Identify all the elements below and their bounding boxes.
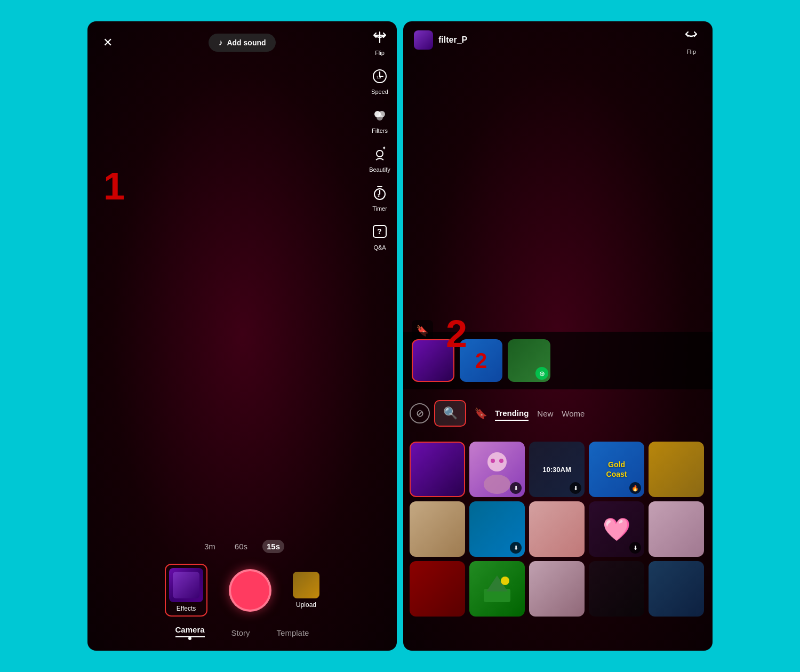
flip-label-right: Flip: [686, 49, 696, 55]
gold-coast-text: GoldCoast: [606, 460, 627, 479]
effects-label: Effects: [177, 605, 196, 612]
effect-cell-time[interactable]: 10:30AM ⬇: [529, 442, 585, 497]
duration-selector: 3m 60s 15s: [87, 540, 397, 553]
filter-user: filter_P: [414, 30, 467, 50]
effect-cell-woman1[interactable]: [649, 442, 704, 497]
effect-cell-gold-coast[interactable]: GoldCoast 🔥: [589, 442, 644, 497]
effect-cell-sunglasses[interactable]: [649, 561, 704, 617]
filters-icon: [369, 105, 390, 126]
heart-icon: 🩷: [603, 516, 630, 542]
effects-button[interactable]: Effects: [165, 564, 207, 617]
beautify-tool[interactable]: ✦ Beautify: [369, 143, 390, 173]
speed-icon: 1x: [369, 66, 390, 87]
qa-icon: ?: [369, 221, 390, 243]
effects-row-2: ⬇ 🩷 ⬇: [410, 501, 706, 557]
svg-point-14: [499, 459, 503, 463]
step-2-badge: 2: [446, 312, 467, 356]
nav-camera-label: Camera: [175, 623, 205, 637]
effects-thumbnail: [169, 568, 203, 602]
speed-label: Speed: [371, 89, 388, 95]
recent-effect-green[interactable]: ⊕: [508, 339, 550, 382]
effect-cell-landscape[interactable]: [469, 561, 525, 617]
tab-new[interactable]: New: [537, 407, 553, 420]
camera-controls: Effects Upload: [87, 564, 397, 617]
flip-tool[interactable]: Flip: [369, 27, 390, 56]
no-filter-button[interactable]: ⊘: [410, 403, 430, 423]
nav-story-label[interactable]: Story: [231, 626, 250, 639]
speed-tool[interactable]: 1x Speed: [369, 66, 390, 95]
no-filter-icon: ⊘: [416, 407, 424, 419]
right-phone-panel: filter_P Flip 🔖 2 ⊕ ⊘: [403, 21, 713, 651]
close-button[interactable]: ✕: [98, 33, 117, 52]
category-tabs: Trending New Wome: [495, 406, 585, 421]
bookmark-tab[interactable]: 🔖: [470, 403, 491, 423]
svg-point-13: [491, 459, 495, 463]
step-1-badge: 1: [103, 164, 125, 208]
effect-cell-redlips[interactable]: [410, 561, 465, 617]
flip-icon-right: [681, 26, 702, 47]
dl-badge: ⬇: [510, 542, 522, 554]
nav-template-label[interactable]: Template: [277, 626, 309, 639]
top-bar-left: ✕ ♪ Add sound: [87, 21, 397, 64]
duration-3m[interactable]: 3m: [200, 540, 220, 553]
left-phone-panel: ✕ ♪ Add sound Flip 1x: [87, 21, 397, 651]
effect-cell-avatar1[interactable]: ⬇: [469, 442, 525, 497]
search-icon: 🔍: [443, 406, 458, 420]
nav-camera[interactable]: Camera: [175, 625, 205, 640]
effect-cell-ocean[interactable]: ⬇: [469, 501, 525, 557]
effect-cell-woman3[interactable]: [529, 501, 585, 557]
svg-text:3: 3: [378, 194, 380, 197]
effect-cell-woman4[interactable]: [649, 501, 704, 557]
effects-thumb-inner: [173, 572, 199, 598]
svg-text:✦: ✦: [382, 146, 386, 151]
bottom-bar-left: 3m 60s 15s Effects Upload Cam: [87, 540, 397, 651]
timer-icon: 3: [369, 182, 390, 204]
upload-thumbnail: [293, 572, 319, 598]
timer-tool[interactable]: 3 Timer: [369, 182, 390, 212]
search-button[interactable]: 🔍: [434, 400, 466, 427]
tab-trending[interactable]: Trending: [495, 406, 529, 421]
dl-badge: ⬇: [510, 482, 522, 494]
upload-button[interactable]: Upload: [293, 572, 319, 609]
beautify-icon: ✦: [369, 143, 390, 165]
svg-point-17: [501, 577, 509, 585]
svg-text:?: ?: [377, 227, 382, 236]
effects-row-3: [410, 561, 706, 617]
svg-point-11: [487, 452, 507, 471]
user-avatar: [414, 30, 433, 50]
bookmark-tab-icon: 🔖: [474, 407, 487, 420]
record-button[interactable]: [229, 569, 271, 612]
download-icon: ⊕: [535, 367, 548, 380]
flip-tool-right[interactable]: Flip: [681, 26, 702, 55]
add-sound-button[interactable]: ♪ Add sound: [209, 34, 275, 52]
upload-label: Upload: [296, 601, 316, 609]
dl-badge: ⬇: [629, 542, 641, 554]
flip-icon: [369, 27, 390, 48]
right-toolbar: Flip 1x Speed Filters: [369, 27, 390, 251]
add-sound-label: Add sound: [227, 38, 266, 47]
qa-label: Q&A: [373, 244, 386, 251]
effect-badge-2: 2: [475, 349, 487, 373]
dl-badge: 🔥: [629, 482, 641, 494]
music-icon: ♪: [218, 38, 222, 47]
filter-name: filter_P: [438, 35, 467, 45]
effect-cell-woman5[interactable]: [529, 561, 585, 617]
effect-cell-heart[interactable]: 🩷 ⬇: [589, 501, 644, 557]
effect-cell-woman2[interactable]: [410, 501, 465, 557]
duration-15s[interactable]: 15s: [262, 540, 284, 553]
close-icon: ✕: [103, 36, 113, 50]
duration-60s[interactable]: 60s: [230, 540, 252, 553]
svg-point-4: [377, 114, 383, 121]
bottom-nav: Camera Story Template: [87, 625, 397, 640]
svg-text:1x: 1x: [377, 75, 381, 79]
qa-tool[interactable]: ? Q&A: [369, 221, 390, 251]
tab-women[interactable]: Wome: [562, 407, 585, 420]
beautify-label: Beautify: [369, 166, 390, 173]
effects-row-1: ⬇ 10:30AM ⬇ GoldCoast 🔥: [410, 442, 706, 497]
flip-label: Flip: [375, 50, 385, 56]
filters-tool[interactable]: Filters: [369, 105, 390, 134]
effect-cell-purple[interactable]: [410, 442, 465, 497]
svg-point-12: [484, 475, 510, 494]
effect-cell-dark[interactable]: [589, 561, 644, 617]
timer-label: Timer: [372, 205, 387, 212]
